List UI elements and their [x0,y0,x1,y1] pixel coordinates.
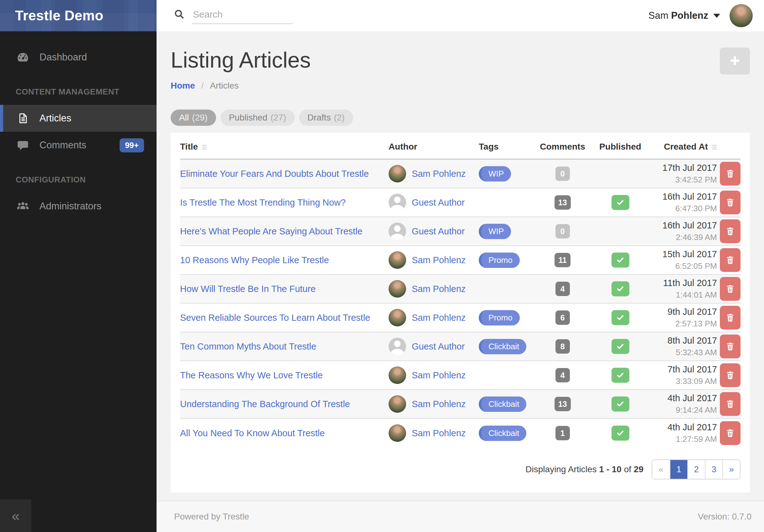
article-title-link[interactable]: Understanding The Background Of Trestle [180,399,350,409]
author-link[interactable]: Sam Pohlenz [412,169,466,179]
author-cell: Sam Pohlenz [389,309,479,327]
delete-button[interactable] [720,219,740,243]
title-cell: Understanding The Background Of Trestle [180,399,389,409]
pager-page-3[interactable]: 3 [705,460,722,479]
tags-cell: Clickbait [479,426,533,441]
delete-button[interactable] [720,363,740,387]
author-link[interactable]: Guest Author [412,226,465,237]
breadcrumb: Home / Articles [171,81,750,91]
created-time: 2:46:39 AM [648,232,717,242]
breadcrumb-home-link[interactable]: Home [171,81,195,91]
delete-button[interactable] [720,191,740,214]
article-title-link[interactable]: Ten Common Myths About Trestle [180,341,316,352]
author-cell: Sam Pohlenz [389,395,479,413]
comments-count-badge: 4 [555,368,570,382]
pager: «123» [652,460,740,479]
tab-all[interactable]: All (29) [171,109,216,126]
created-time: 1:44:01 AM [648,290,717,300]
tags-cell: Promo [479,253,533,268]
created-time: 3:42:52 PM [648,175,717,185]
sidebar-item-comments[interactable]: Comments 99+ [0,132,156,159]
delete-button[interactable] [720,162,740,186]
pager-page-2[interactable]: 2 [687,460,705,479]
article-title-link[interactable]: Seven Reliable Sources To Learn About Tr… [180,313,370,323]
published-check-badge [612,281,629,296]
delete-button[interactable] [720,277,740,301]
author-link[interactable]: Sam Pohlenz [412,399,466,409]
published-check-badge [612,426,629,441]
published-check-badge [612,396,629,412]
column-header-title[interactable]: Title ☰ [180,142,389,152]
search-input[interactable] [192,7,293,24]
delete-button[interactable] [720,306,740,330]
title-cell: 10 Reasons Why People Like Trestle [180,255,389,265]
article-title-link[interactable]: Here's What People Are Saying About Tres… [180,226,363,237]
delete-button[interactable] [720,248,740,272]
pager-next-button[interactable]: » [722,460,740,479]
author-avatar [389,366,406,384]
article-title-link[interactable]: The Reasons Why We Love Trestle [180,370,323,380]
chevron-down-icon [713,14,720,18]
check-icon [616,313,625,322]
trash-icon [725,198,735,207]
actions-cell [717,248,740,272]
column-header-created-at[interactable]: Created At ☰ [648,142,717,152]
add-article-button[interactable] [720,48,750,74]
sidebar-item-administrators[interactable]: Administrators [0,193,156,220]
author-link[interactable]: Sam Pohlenz [412,284,466,294]
tab-published[interactable]: Published (27) [220,109,294,126]
article-title-link[interactable]: Eliminate Your Fears And Doubts About Tr… [180,169,369,179]
table-row: Is Trestle The Most Trending Thing Now? … [180,189,740,217]
article-title-link[interactable]: All You Need To Know About Trestle [180,428,325,439]
sort-icon: ☰ [202,144,207,151]
author-cell: Sam Pohlenz [389,366,479,384]
comments-count-badge: 6 [555,311,570,325]
check-icon [616,285,625,293]
pagination-summary: Displaying Articles 1 - 10 of 29 [525,465,644,474]
comments-cell: 1 [533,426,593,440]
trash-icon [725,284,735,294]
created-at-cell: 16th Jul 2017 6:47:30 PM [648,192,717,213]
pager-page-1[interactable]: 1 [670,460,687,479]
gauge-icon [16,51,30,64]
actions-cell [717,334,740,358]
author-link[interactable]: Guest Author [412,341,465,352]
column-header-comments: Comments [533,142,593,152]
published-cell [592,195,648,210]
created-date: 9th Jul 2017 [648,307,717,317]
delete-button[interactable] [720,421,740,445]
sidebar-item-dashboard[interactable]: Dashboard [0,44,156,71]
actions-cell [717,306,740,330]
breadcrumb-separator: / [195,81,210,91]
sidebar-collapse-button[interactable]: « [0,499,31,532]
user-avatar[interactable] [729,4,753,27]
delete-button[interactable] [720,392,740,416]
author-link[interactable]: Sam Pohlenz [412,255,466,265]
comments-cell: 13 [533,397,593,411]
powered-by-text: Powered by Trestle [174,512,249,522]
comments-count-badge: 4 [555,282,570,296]
pagination-bar: Displaying Articles 1 - 10 of 29 «123» [180,448,740,492]
author-link[interactable]: Sam Pohlenz [412,428,466,439]
article-title-link[interactable]: How Will Trestle Be In The Future [180,284,316,294]
tab-drafts[interactable]: Drafts (2) [299,109,353,126]
created-at-cell: 9th Jul 2017 2:57:13 PM [648,307,717,329]
delete-button[interactable] [720,334,740,358]
tab-count: (27) [271,113,286,123]
table-row: Here's What People Are Saying About Tres… [180,217,740,246]
published-cell [592,310,648,325]
author-cell: Sam Pohlenz [389,280,479,298]
author-link[interactable]: Sam Pohlenz [412,370,466,380]
sidebar-item-label: Administrators [40,200,101,212]
tag-badge: Clickbait [479,426,526,441]
user-menu[interactable]: Sam Pohlenz [649,4,753,27]
sidebar-item-articles[interactable]: Articles [0,105,156,132]
author-link[interactable]: Guest Author [412,198,465,208]
author-link[interactable]: Sam Pohlenz [412,313,466,323]
article-title-link[interactable]: 10 Reasons Why People Like Trestle [180,255,329,265]
article-title-link[interactable]: Is Trestle The Most Trending Thing Now? [180,198,346,208]
check-icon [616,342,625,351]
brand-header[interactable]: Trestle Demo [0,0,156,31]
author-avatar [389,194,406,211]
comment-icon [16,139,30,152]
